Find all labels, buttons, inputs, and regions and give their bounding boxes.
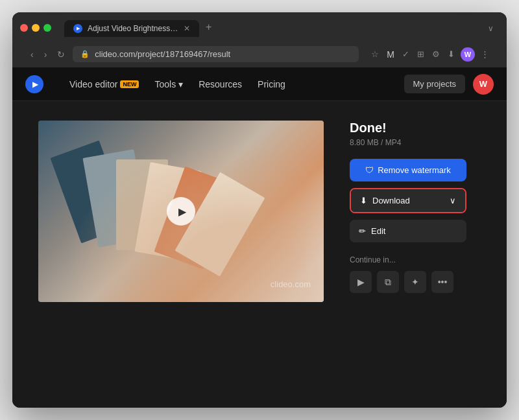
tools-chevron-icon: ▾	[178, 79, 183, 89]
shield-icon: 🛡	[365, 165, 374, 175]
puzzle-icon[interactable]: ⊞	[415, 47, 426, 61]
watermark-text: clideo.com	[271, 279, 311, 289]
continue-icons: ▶ ⧉ ✦ •••	[350, 271, 466, 293]
active-tab[interactable]: Adjust Video Brightness, Con... ✕	[64, 20, 199, 37]
download-button[interactable]: ⬇ Download ∨	[351, 189, 465, 212]
title-bar: Adjust Video Brightness, Con... ✕ + ∨	[20, 19, 499, 37]
edit-icon: ✏	[359, 226, 366, 236]
tab-close-icon[interactable]: ✕	[184, 24, 190, 33]
download-label: Download	[372, 196, 410, 205]
play-button[interactable]	[167, 197, 195, 226]
nav-pricing[interactable]: Pricing	[251, 75, 292, 93]
browser-window: Adjust Video Brightness, Con... ✕ + ∨ ‹ …	[12, 12, 507, 408]
tab-title: Adjust Video Brightness, Con...	[88, 24, 178, 33]
video-player[interactable]: clideo.com	[38, 121, 324, 302]
address-bar-row: ‹ › ↻ 🔒 clideo.com/project/187169467/res…	[20, 42, 499, 67]
tools-label: Tools	[154, 79, 176, 89]
nav-links: Video editor NEW Tools ▾ Resources Prici…	[63, 75, 404, 93]
user-avatar[interactable]: W	[473, 74, 494, 95]
download-icon[interactable]: ⬇	[446, 47, 457, 61]
continue-more-button[interactable]: •••	[431, 271, 453, 293]
continue-move-button[interactable]: ✦	[404, 271, 426, 293]
url-text: clideo.com/project/187169467/result	[95, 49, 230, 59]
pricing-label: Pricing	[258, 79, 285, 89]
done-title: Done!	[350, 121, 466, 135]
app-nav: Video editor NEW Tools ▾ Resources Prici…	[12, 67, 507, 101]
chevron-down-icon: ∨	[450, 196, 456, 205]
nav-resources[interactable]: Resources	[192, 75, 248, 93]
menu-icon[interactable]: ⋮	[479, 47, 491, 61]
edit-label: Edit	[371, 226, 385, 236]
back-button[interactable]: ‹	[28, 48, 36, 61]
nav-video-editor[interactable]: Video editor NEW	[63, 75, 145, 93]
tabs-bar: Adjust Video Brightness, Con... ✕ + ∨	[64, 19, 499, 37]
download-button-container: ⬇ Download ∨	[350, 188, 466, 213]
new-tab-button[interactable]: +	[200, 19, 217, 36]
remove-watermark-label: Remove watermark	[378, 165, 451, 175]
my-projects-button[interactable]: My projects	[404, 75, 465, 93]
right-panel: Done! 8.80 MB / MP4 🛡 Remove watermark ⬇…	[350, 121, 466, 398]
main-content: clideo.com Done! 8.80 MB / MP4 🛡 Remove …	[12, 101, 507, 408]
app-logo	[25, 75, 43, 93]
continue-copy-button[interactable]: ⧉	[377, 271, 399, 293]
traffic-lights	[20, 24, 51, 32]
browser-chrome: Adjust Video Brightness, Con... ✕ + ∨ ‹ …	[12, 12, 507, 67]
bookmark-icon[interactable]: ☆	[369, 47, 381, 61]
new-badge: NEW	[120, 80, 139, 88]
edit-button[interactable]: ✏ Edit	[350, 220, 466, 242]
video-container: clideo.com	[38, 121, 324, 398]
minimize-button[interactable]	[32, 24, 40, 32]
continue-label: Continue in...	[350, 255, 466, 264]
profile-button[interactable]: W	[461, 47, 475, 62]
app-content: Video editor NEW Tools ▾ Resources Prici…	[12, 67, 507, 408]
download-btn-left: ⬇ Download	[360, 196, 410, 205]
toolbar-icons: ☆ M ✓ ⊞ ⚙ ⬇ W ⋮	[369, 47, 491, 62]
close-button[interactable]	[20, 24, 28, 32]
check-icon[interactable]: ✓	[400, 47, 411, 61]
download-arrow-icon: ⬇	[360, 196, 367, 205]
continue-video-button[interactable]: ▶	[350, 271, 372, 293]
logo-icon	[25, 75, 43, 93]
maximize-button[interactable]	[43, 24, 51, 32]
extension-icon[interactable]: ⚙	[430, 47, 442, 61]
forward-button[interactable]: ›	[42, 48, 50, 61]
extend-button[interactable]: ∨	[483, 21, 499, 36]
address-bar[interactable]: 🔒 clideo.com/project/187169467/result	[73, 46, 359, 62]
resources-label: Resources	[199, 79, 242, 89]
video-editor-label: Video editor	[69, 79, 117, 89]
m-icon[interactable]: M	[385, 47, 396, 62]
nav-tools[interactable]: Tools ▾	[148, 75, 189, 93]
remove-watermark-button[interactable]: 🛡 Remove watermark	[350, 159, 466, 181]
nav-right: My projects W	[404, 74, 494, 95]
reload-button[interactable]: ↻	[54, 48, 67, 61]
tab-favicon	[73, 24, 82, 33]
file-info: 8.80 MB / MP4	[350, 138, 466, 147]
lock-icon: 🔒	[80, 50, 90, 58]
